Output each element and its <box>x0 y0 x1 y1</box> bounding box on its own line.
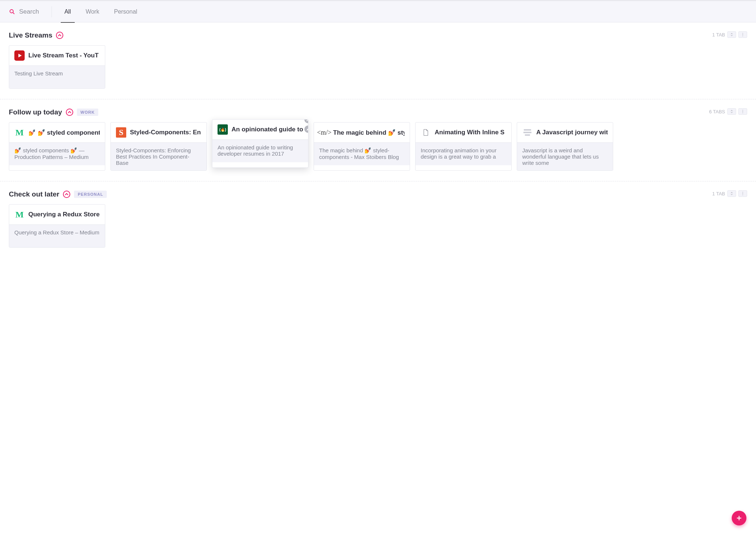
top-bar: Search All Work Personal <box>0 1 756 22</box>
medium-icon: M <box>14 127 25 138</box>
chevron-up-icon <box>65 192 68 196</box>
card-title: Live Stream Test - YouT <box>28 52 99 59</box>
nail-polish-emoji-icon: 💅 <box>28 130 36 136</box>
mx-icon: <m/> <box>319 127 329 138</box>
search-label: Search <box>19 8 39 15</box>
youtube-icon <box>14 50 25 61</box>
card-subtitle: Querying a Redux Store – Medium <box>9 224 105 247</box>
chevron-up-icon <box>58 33 61 37</box>
svg-point-3 <box>742 34 743 35</box>
svg-point-5 <box>742 110 743 111</box>
section-title: Follow up today <box>9 108 62 116</box>
svg-line-1 <box>13 12 14 14</box>
sort-button[interactable] <box>727 190 736 197</box>
kebab-icon <box>741 33 745 36</box>
tab-card[interactable]: <m/> The magic behind 💅 sty The magic be… <box>314 122 410 171</box>
close-icon <box>306 119 308 121</box>
section-meta: 6 TABS <box>709 108 747 115</box>
card-subtitle: 💅 styled components 💅 — Production Patte… <box>9 142 105 165</box>
filter-tab-all[interactable]: All <box>64 1 71 22</box>
card-title: The magic behind 💅 sty <box>333 129 405 137</box>
kebab-icon <box>741 110 745 113</box>
sort-icon <box>730 110 734 113</box>
pencil-icon <box>306 127 308 131</box>
svg-point-11 <box>742 193 743 194</box>
section-header: Live Streams <box>9 31 747 39</box>
sort-button[interactable] <box>727 31 736 38</box>
section-meta: 1 TAB <box>712 190 747 197</box>
search-icon <box>9 8 15 15</box>
section-title: Check out later <box>9 190 59 198</box>
collapse-toggle[interactable] <box>56 32 63 39</box>
svg-point-2 <box>742 33 743 34</box>
card-subtitle: The magic behind 💅 styled-components - M… <box>314 142 410 165</box>
card-subtitle: Testing Live Stream <box>9 65 105 88</box>
card-title: A Javascript journey wit <box>536 129 608 136</box>
section-title: Live Streams <box>9 31 52 39</box>
filter-tabs: All Work Personal <box>64 1 137 22</box>
tab-card[interactable]: Live Stream Test - YouT Testing Live Str… <box>9 45 105 89</box>
medium-icon: M <box>14 209 25 220</box>
more-button[interactable] <box>738 31 747 38</box>
card-close-button[interactable] <box>304 119 308 123</box>
filter-tab-work[interactable]: Work <box>86 1 99 22</box>
svg-point-12 <box>742 195 743 195</box>
section-check-out-later: Check out later PERSONAL 1 TAB M Queryin… <box>0 181 756 258</box>
sort-icon <box>730 192 734 195</box>
search-trigger[interactable]: Search <box>9 8 39 15</box>
sort-button[interactable] <box>727 108 736 115</box>
tag-badge[interactable]: PERSONAL <box>74 191 107 198</box>
card-title: Styled-Components: En <box>130 129 201 136</box>
tab-card[interactable]: M Querying a Redux Store Querying a Redu… <box>9 204 105 248</box>
card-actions <box>304 119 308 133</box>
tab-count: 1 TAB <box>712 191 725 196</box>
tab-card[interactable]: (🔥) An opinionated guide to An opinionat… <box>212 119 308 168</box>
tab-count: 1 TAB <box>712 32 725 38</box>
more-button[interactable] <box>738 190 747 197</box>
kebab-icon <box>741 192 745 195</box>
file-icon <box>421 127 431 138</box>
divider <box>52 6 52 17</box>
freecodecamp-icon: (🔥) <box>218 124 228 135</box>
card-grid: Live Stream Test - YouT Testing Live Str… <box>9 45 747 89</box>
card-title: Animating With Inline S <box>435 129 505 136</box>
card-grid: M Querying a Redux Store Querying a Redu… <box>9 204 747 248</box>
tab-card[interactable]: S Styled-Components: En Styled-Component… <box>110 122 207 171</box>

collapse-toggle[interactable] <box>63 191 70 198</box>
card-subtitle: Styled-Components: Enforcing Best Practi… <box>111 142 206 170</box>
card-title: Querying a Redux Store <box>28 211 100 218</box>
filter-tab-personal[interactable]: Personal <box>114 1 137 22</box>
svg-point-0 <box>10 10 13 13</box>
section-live-streams: Live Streams 1 TAB Live Stream Test - Yo… <box>0 22 756 99</box>
tab-card[interactable]: M 💅 💅 styled components 💅 styled compone… <box>9 122 105 171</box>
card-grid: M 💅 💅 styled components 💅 styled compone… <box>9 122 747 171</box>
section-header: Follow up today WORK <box>9 108 747 116</box>
chevron-up-icon <box>68 110 71 114</box>
svg-point-7 <box>742 113 743 113</box>
card-title: 💅 💅 styled components <box>28 129 100 137</box>
card-subtitle: Incorporating animation in your design i… <box>416 142 511 165</box>
more-button[interactable] <box>738 108 747 115</box>
card-subtitle: An opinionated guide to writing develope… <box>212 139 308 162</box>
svg-point-10 <box>742 192 743 193</box>
tab-card[interactable]: A Javascript journey wit Javascript is a… <box>517 122 613 171</box>
svg-point-6 <box>742 111 743 112</box>
collapse-toggle[interactable] <box>66 109 73 116</box>
tab-count: 6 TABS <box>709 109 725 114</box>
section-meta: 1 TAB <box>712 31 747 38</box>
smashing-icon: S <box>116 127 126 138</box>
tag-badge[interactable]: WORK <box>77 109 99 116</box>
sort-icon <box>730 33 734 36</box>
article-icon <box>522 127 533 138</box>
section-follow-up-today: Follow up today WORK 6 TABS M 💅 💅 styled… <box>0 99 756 181</box>
section-header: Check out later PERSONAL <box>9 190 747 198</box>
card-title: An opinionated guide to <box>232 126 303 133</box>
tab-card[interactable]: Animating With Inline S Incorporating an… <box>415 122 512 171</box>
svg-point-4 <box>742 36 743 36</box>
card-subtitle: Javascript is a weird and wonderful lang… <box>517 142 613 170</box>
card-edit-button[interactable] <box>304 125 308 133</box>
